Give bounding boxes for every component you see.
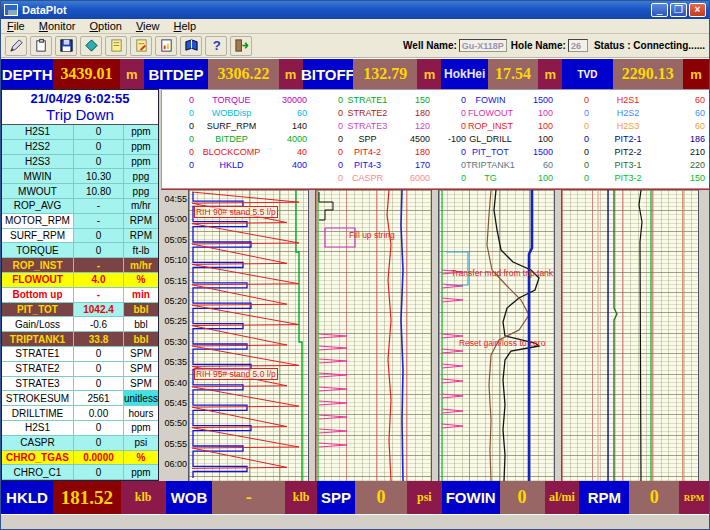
hokhei-value: 17.54 [488,59,538,89]
scale-max: 120 [392,120,434,133]
param-unit: psi [124,436,158,450]
scale-min: 0 [311,159,343,172]
scale-row-rop_inst: 0ROP_INST100 [434,120,557,133]
scale-column-1: 0TORQUE300000WOBDisp600SURF_RPM1400BITDE… [162,94,311,188]
param-unit: unitless [124,391,158,405]
scale-row-pit3-1: 0PIT3-1220 [557,159,709,172]
hkld-label: HKLD [1,481,53,514]
scale-name: SPP [343,133,392,146]
param-unit: RPM [124,214,158,228]
scale-max: 1500 [515,94,557,107]
copy-icon[interactable] [30,36,52,56]
scale-name: CASPR [343,172,392,185]
scale-min: 0 [434,172,466,185]
edit-icon[interactable] [130,36,152,56]
scale-row-pit4-3: 0PIT4-3170 [311,159,434,172]
scale-name: PIT4-2 [343,146,392,159]
param-label: SURF_RPM [2,229,74,243]
scale-column-2: 0STRATE11500STRATE21800STRATE31200SPP450… [311,94,434,188]
curve-1 [193,192,251,478]
toolbar: ? Well Name: Gu-X118P Hole Name: 26 Stat… [1,34,709,58]
datetime-label: 21/04/29 6:02:55 [2,91,158,106]
param-row-h2s1: H2S10ppm [2,125,158,140]
param-row-h2s3: H2S30ppm [2,155,158,170]
scale-min: 0 [162,159,194,172]
scale-row-pit4-2: 0PIT4-2180 [311,146,434,159]
param-row-motor-rpm: MOTOR_RPM-RPM [2,214,158,229]
restore-icon[interactable]: ❐ [670,3,687,17]
fowin-unit: al/mi [545,481,580,514]
scale-max: 100 [515,172,557,185]
close-icon[interactable]: × [689,3,706,17]
scale-row-flowout: 0FLOWOUT100 [434,107,557,120]
scale-min: 0 [557,159,589,172]
curve-7 [401,190,403,481]
param-unit: hours [124,406,158,420]
scale-min: 0 [311,133,343,146]
annotation-2: Transfer mud from trip tank [451,268,553,278]
param-value: 0 [74,377,124,391]
hole-name-field[interactable]: 26 [568,39,588,52]
scale-row-pit2-1: 0PIT2-1186 [557,133,709,146]
param-label: MWOUT [2,184,74,198]
curve-18 [639,190,642,481]
scale-min: 0 [162,133,194,146]
card-icon[interactable] [80,36,102,56]
parameter-panel: 21/04/29 6:02:55 Trip Down H2S10ppmH2S20… [1,89,159,481]
scale-max: 60 [667,94,709,107]
scale-max: 60 [269,107,311,120]
well-name-label: Well Name: [403,40,457,51]
save-icon[interactable] [55,36,77,56]
scale-max: 220 [667,159,709,172]
param-row-pit-tot: PIT_TOT1042.4bbl [2,303,158,318]
param-row-chro-c1: CHRO_C10ppm [2,465,158,480]
open-icon[interactable] [5,36,27,56]
svg-text:?: ? [212,38,220,53]
param-value: 10.80 [74,184,124,198]
param-unit: % [124,451,158,465]
curve-11 [442,270,463,428]
scale-min: 0 [311,172,343,185]
param-value: 0 [74,140,124,154]
param-unit: ppm [124,155,158,169]
param-unit: ppm [124,465,158,479]
well-name-field[interactable]: Gu-X118P [459,39,507,52]
param-row-mwout: MWOUT10.80ppg [2,184,158,199]
scale-min: 0 [434,146,466,159]
fowin-value: 0 [500,481,545,514]
note-icon[interactable] [105,36,127,56]
scale-row-caspr: 0CASPR6000 [311,172,434,185]
param-label: Bottom up [2,288,74,302]
param-unit: bbl [124,332,158,346]
menu-file[interactable]: File [7,20,25,32]
bitoff-unit: m [417,59,441,89]
param-label: CASPR [2,436,74,450]
title-bar: DataPlot _ ❐ × [1,1,709,19]
scale-max: 150 [667,172,709,185]
minimize-icon[interactable]: _ [651,3,668,17]
scale-max: 30000 [269,94,311,107]
param-value: 33.8 [74,332,124,346]
scale-row-strate3: 0STRATE3120 [311,120,434,133]
hkld-value: 181.52 [53,481,121,514]
help-icon[interactable]: ? [205,36,227,56]
depth-value: 3439.01 [53,59,119,89]
menu-help[interactable]: Help [174,20,197,32]
menu-monitor[interactable]: Monitor [39,20,76,32]
menu-option[interactable]: Option [89,20,121,32]
param-unit: bbl [124,303,158,317]
chart-area: 0TORQUE300000WOBDisp600SURF_RPM1400BITDE… [159,89,710,481]
scale-row-h2s1: 0H2S160 [557,94,709,107]
menu-view[interactable]: View [136,20,160,32]
depth-label: DEPTH [1,59,53,89]
param-value: 0 [74,155,124,169]
scale-max: 100 [515,107,557,120]
scale-max: 186 [667,133,709,146]
scale-max: 1500 [515,146,557,159]
scale-name: PIT2-2 [589,146,667,159]
scale-max: 400 [269,159,311,172]
exit-icon[interactable] [230,36,252,56]
book-icon[interactable] [180,36,202,56]
scale-max: 100 [515,120,557,133]
report-icon[interactable] [155,36,177,56]
